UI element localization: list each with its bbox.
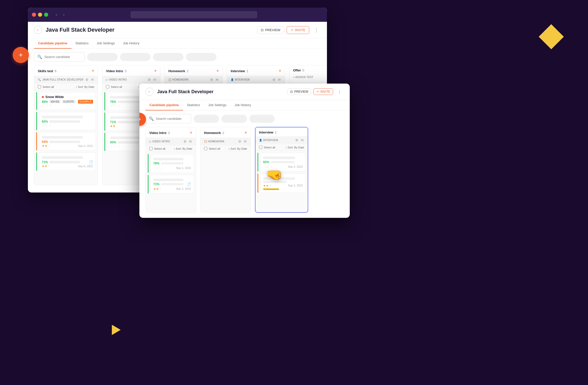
tab-job-settings[interactable]: Job Settings xyxy=(93,38,119,49)
col-add-video-intro[interactable]: + xyxy=(154,68,157,74)
stage-email-button[interactable]: ✉ xyxy=(90,77,94,82)
star-rating: ☆ ☆ ☆ xyxy=(42,124,93,127)
stage-settings-button[interactable]: ⚙ xyxy=(210,77,214,82)
col-header-video-intro: Video Intro 3 + xyxy=(102,65,160,76)
front-tab-statistics[interactable]: Statistics xyxy=(183,100,204,110)
front-invite-button[interactable]: ↗ INVITE xyxy=(314,88,333,95)
front-filter-2[interactable] xyxy=(222,115,247,123)
badge-example: EXAMPLE xyxy=(78,100,93,104)
front-tab-job-settings[interactable]: Job Settings xyxy=(204,100,231,110)
share-icon: ↗ xyxy=(316,90,319,93)
search-candidate-box[interactable]: 🔍 xyxy=(34,52,85,62)
back-window-title: Java Full Stack Developer xyxy=(46,27,253,33)
sort-label[interactable]: ↕ Sort: By Date xyxy=(76,85,94,88)
filter-pill-3[interactable] xyxy=(153,53,183,61)
badge-europe: EUROPE xyxy=(62,100,75,103)
front-window-tabs: Candidate pipeline Statistics Job Settin… xyxy=(139,100,350,110)
col-add-interview[interactable]: + xyxy=(279,68,282,74)
candidate-placeholder xyxy=(42,136,83,139)
preview-button[interactable]: ⊡ PREVIEW xyxy=(257,26,284,34)
select-all-checkbox[interactable] xyxy=(38,85,41,88)
nav-forward-button[interactable]: › xyxy=(62,12,66,17)
badge-maybe: MAYBE xyxy=(49,100,61,103)
front-tab-job-history[interactable]: Job History xyxy=(230,100,255,110)
candidate-card-3: 54% ★★☆ Sep 4, 2022 xyxy=(36,132,96,150)
back-nav-button[interactable]: ← xyxy=(34,26,42,34)
card-date: Sep 4, 2022 xyxy=(78,144,93,147)
cursor-arrow xyxy=(107,325,121,337)
score: 82% xyxy=(42,120,48,123)
monitor-icon: ⊡ xyxy=(261,28,264,32)
window-chrome: ‹ › xyxy=(28,8,327,22)
candidate-name: Snow Wilde xyxy=(42,95,93,99)
kanban-col-skills-test: Skills test 6 + 🔍 JAVA FULL STACK DEVELO… xyxy=(34,65,98,185)
candidate-card-4: 71% 📄 ★★☆ Sep 6, 2022 xyxy=(36,152,96,171)
tab-candidate-pipeline[interactable]: Candidate pipeline xyxy=(34,38,71,49)
nav-back-button[interactable]: ‹ xyxy=(54,12,59,17)
monitor-icon: ⊡ xyxy=(290,90,293,93)
front-filter-3[interactable] xyxy=(249,115,275,123)
invite-button[interactable]: ↗ INVITE xyxy=(287,26,309,34)
stage-email-button[interactable]: ✉ xyxy=(153,77,157,82)
front-col-add-hw[interactable]: + xyxy=(244,130,247,136)
card-bar xyxy=(36,112,37,130)
col-title-skills-test: Skills test 6 xyxy=(38,69,57,73)
stage-icon-skills-test: 🔍 xyxy=(38,78,41,81)
col-header-homework: Homework 2 + xyxy=(165,65,223,76)
front-card-vi-2: 71% 📄 ★★☆ Sep 2, 2022 xyxy=(148,175,194,194)
search-candidate-input[interactable] xyxy=(44,55,81,59)
diamond-decoration xyxy=(539,24,564,49)
candidate-card-2: 82% ☆ ☆ ☆ xyxy=(36,112,96,130)
front-more-button[interactable]: ⋮ xyxy=(336,88,344,95)
col-add-skills-test[interactable]: + xyxy=(92,68,95,74)
select-all-checkbox[interactable] xyxy=(106,85,109,88)
front-search-input[interactable] xyxy=(156,117,188,121)
card-bar xyxy=(36,92,37,110)
hand-cursor-icon: 🤜 xyxy=(266,167,283,183)
traffic-light-red[interactable] xyxy=(32,13,36,17)
front-tab-pipeline[interactable]: Candidate pipeline xyxy=(145,100,183,110)
candidate-meta: 88% MAYBE EUROPE EXAMPLE xyxy=(42,100,93,104)
tab-job-history[interactable]: Job History xyxy=(119,38,143,49)
card-bar xyxy=(36,132,37,150)
doc-icon: 📄 xyxy=(89,160,93,164)
filter-pill-4[interactable] xyxy=(186,53,216,61)
front-preview-button[interactable]: ⊡ PREVIEW xyxy=(287,88,311,95)
candidate-meta: 54% xyxy=(42,140,93,144)
front-window: + ← Java Full Stack Developer ⊡ PREVIEW … xyxy=(139,84,350,218)
select-all-label[interactable]: Select all xyxy=(38,85,54,88)
header-actions: ⊡ PREVIEW ↗ INVITE ⋮ xyxy=(257,26,321,34)
front-window-title: Java Full Stack Developer xyxy=(157,89,284,94)
front-col-add-vi[interactable]: + xyxy=(190,130,192,136)
front-window-header: ← Java Full Stack Developer ⊡ PREVIEW ↗ … xyxy=(139,84,350,100)
more-options-button[interactable]: ⋮ xyxy=(312,26,321,34)
candidate-card-snow-wilde: Snow Wilde 88% MAYBE EUROPE EXAMPLE ☆ ☆ … xyxy=(36,92,96,110)
col-add-homework[interactable]: + xyxy=(216,68,219,74)
card-bar xyxy=(36,152,37,171)
yellow-progress-bar xyxy=(263,188,279,190)
col-header-skills-test: Skills test 6 + xyxy=(34,65,98,76)
stage-settings-button[interactable]: ⚙ xyxy=(147,77,151,82)
col-stage-skills-test: 🔍 JAVA FULL STACK DEVELOPER ⚙ ✉ xyxy=(34,76,98,84)
score: 71% xyxy=(42,160,48,164)
card-date: Sep 6, 2022 xyxy=(78,165,93,168)
stage-settings-button[interactable]: ⚙ xyxy=(85,77,89,82)
url-bar[interactable] xyxy=(131,11,257,18)
front-back-button[interactable]: ← xyxy=(145,88,154,96)
front-col-video-intro: Video Intro 3 + ▷ VIDEO INTRO ⚙ ✉ Select… xyxy=(145,127,196,213)
filter-pill-2[interactable] xyxy=(120,53,151,61)
score: 54% xyxy=(42,140,48,144)
front-filter-1[interactable] xyxy=(194,115,219,123)
traffic-light-green[interactable] xyxy=(44,13,48,17)
filter-pill-1[interactable] xyxy=(87,53,118,61)
stage-email-button[interactable]: ✉ xyxy=(215,77,219,82)
add-button-bg[interactable]: + xyxy=(13,47,29,63)
back-window-tabs: Candidate pipeline Statistics Job Settin… xyxy=(28,38,327,49)
traffic-light-yellow[interactable] xyxy=(38,13,42,17)
tab-statistics[interactable]: Statistics xyxy=(71,38,93,49)
col-title-video-intro: Video Intro 3 xyxy=(106,69,126,73)
col-controls-skills-test: Select all ↕ Sort: By Date xyxy=(34,84,98,90)
front-search-box[interactable]: 🔍 xyxy=(145,114,191,123)
search-icon: 🔍 xyxy=(37,54,42,59)
candidate-meta: 71% 📄 xyxy=(42,160,93,164)
